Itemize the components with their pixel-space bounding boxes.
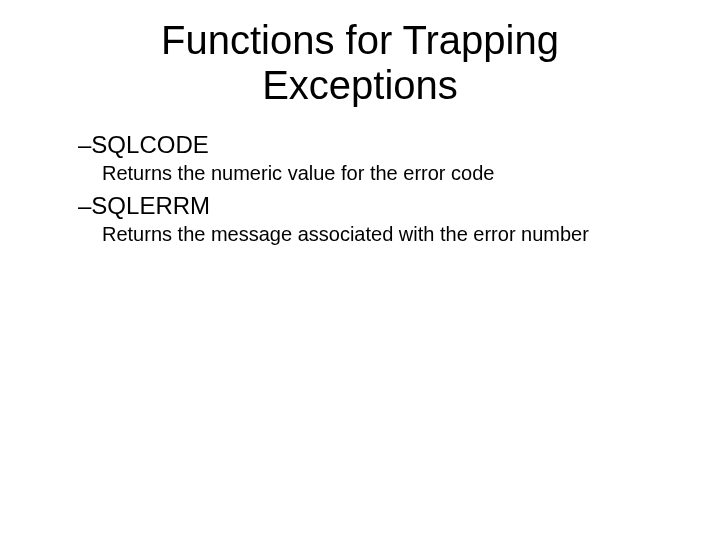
dash-icon: – (78, 191, 91, 221)
slide-title: Functions for Trapping Exceptions (0, 18, 720, 108)
list-item: –SQLCODE (78, 130, 638, 160)
slide: Functions for Trapping Exceptions –SQLCO… (0, 0, 720, 540)
slide-body: –SQLCODE Returns the numeric value for t… (78, 128, 638, 252)
dash-icon: – (78, 130, 91, 160)
term-label: SQLCODE (91, 131, 208, 158)
term-label: SQLERRM (91, 192, 210, 219)
title-line-1: Functions for Trapping (161, 18, 559, 62)
item-description: Returns the numeric value for the error … (102, 162, 638, 185)
title-line-2: Exceptions (262, 63, 458, 107)
item-description: Returns the message associated with the … (102, 223, 638, 246)
list-item: –SQLERRM (78, 191, 638, 221)
